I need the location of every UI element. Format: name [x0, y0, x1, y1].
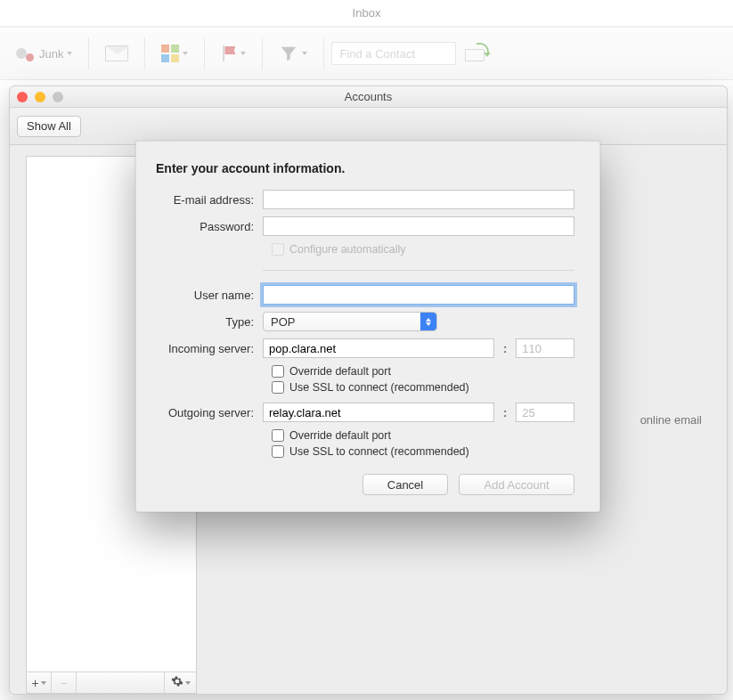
incoming-override-port-label: Override default port [289, 365, 391, 378]
show-all-button[interactable]: Show All [17, 116, 81, 137]
email-input[interactable] [263, 190, 574, 209]
chevron-down-icon [302, 52, 307, 55]
outgoing-port-input[interactable] [516, 403, 574, 422]
type-select[interactable]: POP [263, 312, 437, 331]
find-contact-input[interactable]: Find a Contact [331, 42, 456, 65]
chevron-down-icon [185, 681, 191, 685]
outgoing-label: Outgoing server: [156, 406, 263, 419]
app-title: Inbox [0, 0, 733, 27]
hint-text-fragment: online email [640, 413, 702, 427]
gear-icon [171, 675, 183, 690]
incoming-ssl-label: Use SSL to connect (recommended) [289, 381, 469, 394]
new-mail-button[interactable] [96, 37, 137, 69]
outgoing-ssl-label: Use SSL to connect (recommended) [289, 445, 469, 458]
add-account-button[interactable]: Add Account [459, 474, 574, 495]
minus-icon: − [60, 676, 67, 690]
grid-icon [161, 45, 179, 62]
envelope-icon [105, 45, 128, 61]
configure-auto-checkbox [272, 243, 284, 256]
separator [263, 270, 574, 271]
refresh-arrow-icon [476, 43, 489, 55]
outgoing-override-port-label: Override default port [289, 429, 391, 442]
configure-auto-label: Configure automatically [289, 243, 406, 256]
incoming-override-port-row: Override default port [272, 365, 574, 378]
chevron-down-icon [41, 681, 46, 685]
dialog-heading: Enter your account information. [156, 161, 574, 175]
password-label: Password: [156, 220, 263, 233]
outgoing-ssl-checkbox[interactable] [272, 445, 284, 458]
incoming-ssl-checkbox[interactable] [272, 381, 284, 394]
account-setup-dialog: Enter your account information. E-mail a… [135, 141, 600, 512]
password-input[interactable] [263, 216, 574, 236]
incoming-label: Incoming server: [156, 342, 263, 355]
send-receive-button[interactable] [465, 45, 486, 61]
account-actions-button[interactable] [164, 672, 196, 693]
configure-auto-row: Configure automatically [272, 243, 574, 256]
dialog-footer: Cancel Add Account [156, 474, 574, 495]
chevron-down-icon [240, 52, 246, 55]
accounts-toolbar: Show All [10, 108, 727, 145]
plus-icon: + [31, 676, 38, 690]
type-value: POP [271, 315, 295, 329]
username-label: User name: [156, 289, 263, 302]
chevron-down-icon [183, 52, 188, 55]
junk-button[interactable]: Junk [7, 37, 81, 69]
outgoing-override-port-checkbox[interactable] [272, 429, 284, 442]
outgoing-override-port-row: Override default port [272, 429, 574, 442]
outgoing-server-input[interactable] [263, 403, 494, 422]
incoming-ssl-row: Use SSL to connect (recommended) [272, 381, 574, 394]
divider [88, 37, 89, 69]
incoming-server-input[interactable] [263, 338, 494, 358]
find-contact-placeholder: Find a Contact [339, 47, 415, 61]
incoming-override-port-checkbox[interactable] [272, 365, 284, 378]
divider [144, 37, 145, 69]
junk-label: Junk [39, 47, 63, 61]
filter-button[interactable] [270, 37, 316, 69]
sidebar-footer: + − [27, 672, 196, 693]
divider [204, 37, 205, 69]
cancel-button[interactable]: Cancel [362, 474, 448, 495]
main-toolbar: Junk Find a Contact [0, 27, 733, 80]
select-stepper-icon [420, 313, 436, 330]
outgoing-ssl-row: Use SSL to connect (recommended) [272, 445, 574, 458]
accounts-titlebar: Accounts [10, 86, 727, 108]
email-label: E-mail address: [156, 193, 263, 207]
chevron-down-icon [67, 52, 72, 55]
add-account-button[interactable]: + [27, 672, 52, 693]
flag-icon [221, 45, 237, 61]
username-input[interactable] [263, 285, 574, 305]
incoming-port-input[interactable] [516, 338, 574, 358]
port-colon: : [501, 342, 509, 355]
remove-account-button[interactable]: − [52, 672, 77, 693]
divider [262, 37, 263, 69]
type-label: Type: [156, 315, 263, 329]
funnel-icon [279, 44, 298, 63]
flag-button[interactable] [212, 37, 255, 69]
categories-button[interactable] [152, 37, 197, 69]
accounts-title: Accounts [10, 90, 727, 103]
junk-icon [16, 45, 34, 61]
divider [323, 37, 324, 69]
port-colon: : [501, 406, 509, 419]
